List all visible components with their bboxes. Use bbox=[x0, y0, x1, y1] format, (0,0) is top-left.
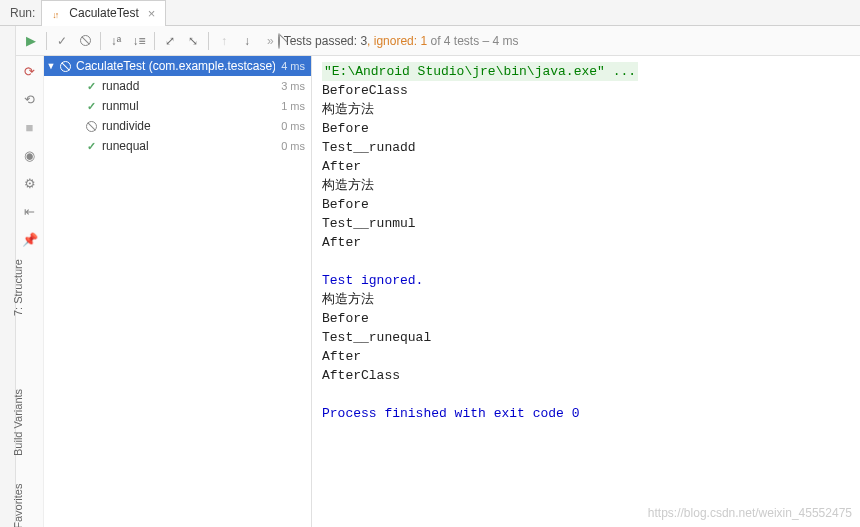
tree-item-time: 0 ms bbox=[281, 120, 305, 132]
chevron-right-icon: » bbox=[267, 34, 274, 48]
tree-item-label: runequal bbox=[102, 139, 275, 153]
next-failed-button[interactable]: ↓ bbox=[236, 30, 258, 52]
import-button[interactable]: ⇤ bbox=[21, 202, 39, 220]
test-status-bar: » Tests passed: 3, ignored: 1 of 4 tests… bbox=[259, 34, 856, 48]
console-line: Test__runmul bbox=[322, 214, 850, 233]
console-line: After bbox=[322, 347, 850, 366]
console-line: 构造方法 bbox=[322, 176, 850, 195]
rerun-failed-button[interactable]: ⟳ bbox=[21, 62, 39, 80]
run-config-tab[interactable]: CaculateTest × bbox=[41, 0, 166, 26]
watermark: https://blog.csdn.net/weixin_45552475 bbox=[648, 504, 852, 523]
sort-alpha-button[interactable]: ↓ª bbox=[105, 30, 127, 52]
status-rest: of 4 tests – 4 ms bbox=[427, 34, 518, 48]
console-line: Test__runequal bbox=[322, 328, 850, 347]
console-line: Test ignored. bbox=[322, 271, 850, 290]
separator bbox=[100, 32, 101, 50]
tree-item-time: 3 ms bbox=[281, 80, 305, 92]
ban-icon bbox=[58, 59, 72, 73]
check-icon: ✓ bbox=[84, 139, 98, 153]
main-area: 7: Structure Build Variants 2: Favorites… bbox=[0, 26, 860, 527]
dump-button[interactable]: ◉ bbox=[21, 146, 39, 164]
console-line: Before bbox=[322, 309, 850, 328]
pin-icon[interactable]: 📌 bbox=[21, 230, 39, 248]
test-tree-item[interactable]: ✓runmul1 ms bbox=[44, 96, 311, 116]
console-line: Test__runadd bbox=[322, 138, 850, 157]
content-column: ▶ ✓ ↓ª ↓≡ ⤢ ⤡ ↑ ↓ » Tests passed: 3, ign… bbox=[16, 26, 860, 527]
toggle-autotest-button[interactable]: ⟲ bbox=[21, 90, 39, 108]
ban-icon bbox=[84, 119, 98, 133]
build-variants-label[interactable]: Build Variants bbox=[12, 389, 24, 456]
run-label: Run: bbox=[4, 6, 41, 20]
separator bbox=[154, 32, 155, 50]
favorites-label[interactable]: 2: Favorites bbox=[12, 484, 24, 527]
separator bbox=[208, 32, 209, 50]
console-line: 构造方法 bbox=[322, 290, 850, 309]
tab-title: CaculateTest bbox=[69, 6, 138, 20]
test-tree-root[interactable]: ▼ CaculateTest (com.example.testcase) 4 … bbox=[44, 56, 311, 76]
status-ban-icon bbox=[278, 34, 280, 48]
test-tree-item[interactable]: ✓runadd3 ms bbox=[44, 76, 311, 96]
console-line: Before bbox=[322, 119, 850, 138]
collapse-all-button[interactable]: ⤡ bbox=[182, 30, 204, 52]
status-passed-prefix: Tests passed: bbox=[284, 34, 361, 48]
tree-item-label: rundivide bbox=[102, 119, 275, 133]
console-line: "E:\Android Studio\jre\bin\java.exe" ... bbox=[322, 62, 850, 81]
console-output[interactable]: "E:\Android Studio\jre\bin\java.exe" ...… bbox=[312, 56, 860, 527]
console-line: BeforeClass bbox=[322, 81, 850, 100]
tree-item-time: 1 ms bbox=[281, 100, 305, 112]
show-passed-button[interactable]: ✓ bbox=[51, 30, 73, 52]
prev-failed-button[interactable]: ↑ bbox=[213, 30, 235, 52]
tree-root-label: CaculateTest (com.example.testcase) bbox=[76, 59, 275, 73]
console-line: After bbox=[322, 157, 850, 176]
test-tree-item[interactable]: rundivide0 ms bbox=[44, 116, 311, 136]
tree-item-label: runmul bbox=[102, 99, 275, 113]
show-ignored-button[interactable] bbox=[74, 30, 96, 52]
tree-expand-icon[interactable]: ▼ bbox=[44, 61, 58, 71]
test-config-icon bbox=[52, 7, 64, 19]
test-tree-panel: ▼ CaculateTest (com.example.testcase) 4 … bbox=[44, 56, 312, 527]
test-tree-item[interactable]: ✓runequal0 ms bbox=[44, 136, 311, 156]
separator bbox=[46, 32, 47, 50]
check-icon: ✓ bbox=[84, 99, 98, 113]
top-tab-bar: Run: CaculateTest × bbox=[0, 0, 860, 26]
console-line: 构造方法 bbox=[322, 100, 850, 119]
settings-icon[interactable]: ⚙ bbox=[21, 174, 39, 192]
tree-item-label: runadd bbox=[102, 79, 275, 93]
left-tool-gutter: 7: Structure Build Variants 2: Favorites… bbox=[0, 26, 16, 527]
tree-root-time: 4 ms bbox=[281, 60, 305, 72]
sort-duration-button[interactable]: ↓≡ bbox=[128, 30, 150, 52]
structure-tool-label[interactable]: 7: Structure bbox=[12, 259, 24, 316]
status-ignored: ignored: 1 bbox=[374, 34, 427, 48]
body-split: ⟳ ⟲ ■ ◉ ⚙ ⇤ 📌 ▼ CaculateTest (com.exampl… bbox=[16, 56, 860, 527]
rerun-button[interactable]: ▶ bbox=[20, 30, 42, 52]
ban-icon bbox=[80, 35, 91, 46]
run-toolbar: ▶ ✓ ↓ª ↓≡ ⤢ ⤡ ↑ ↓ » Tests passed: 3, ign… bbox=[16, 26, 860, 56]
console-line: Before bbox=[322, 195, 850, 214]
check-icon: ✓ bbox=[84, 79, 98, 93]
stop-button[interactable]: ■ bbox=[21, 118, 39, 136]
console-line: After bbox=[322, 233, 850, 252]
console-line: Process finished with exit code 0 bbox=[322, 404, 850, 423]
expand-all-button[interactable]: ⤢ bbox=[159, 30, 181, 52]
status-ignored-sep: , bbox=[367, 34, 374, 48]
console-line: AfterClass bbox=[322, 366, 850, 385]
console-line bbox=[322, 252, 850, 271]
tree-item-time: 0 ms bbox=[281, 140, 305, 152]
close-icon[interactable]: × bbox=[148, 6, 156, 21]
console-line bbox=[322, 385, 850, 404]
